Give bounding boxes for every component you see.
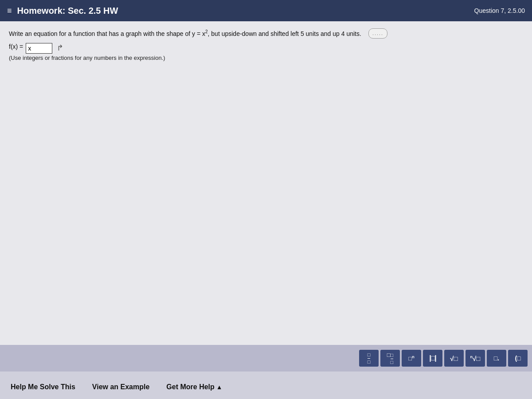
fraction-icon: □ □ (368, 352, 371, 364)
instruction-text: (Use integers or fractions for any numbe… (9, 55, 523, 61)
main-content: Write an equation for a function that ha… (0, 21, 532, 345)
fraction-button[interactable]: □ □ (359, 350, 379, 367)
nth-root-icon: n√□ (470, 355, 481, 362)
exponent-icon: □n (408, 355, 414, 362)
absolute-value-button[interactable]: |□| (423, 350, 442, 367)
help-me-solve-button[interactable]: Help Me Solve This (9, 379, 77, 395)
mixed-number-icon: □□□ (387, 352, 394, 364)
more-dots[interactable]: ..... (368, 28, 387, 39)
parenthesis-icon: (□ (515, 355, 520, 362)
mixed-number-button[interactable]: □□□ (380, 350, 400, 367)
view-example-button[interactable]: View an Example (90, 379, 152, 395)
header-bar: ≡ Homework: Sec. 2.5 HW Question 7, 2.5.… (0, 0, 532, 21)
get-more-help-button[interactable]: Get More Help ▲ (164, 379, 224, 395)
decimal-icon: □. (494, 355, 499, 362)
answer-row: f(x) = x ↱ (9, 43, 523, 54)
menu-icon[interactable]: ≡ (7, 6, 12, 16)
answer-input-value: x (28, 45, 31, 52)
answer-input[interactable]: x (26, 43, 52, 54)
action-bar: Help Me Solve This View an Example Get M… (0, 372, 532, 399)
exponent-button[interactable]: □n (402, 350, 421, 367)
square-root-icon: √□ (450, 355, 458, 362)
nth-root-button[interactable]: n√□ (466, 350, 485, 367)
cursor-icon: ↱ (57, 43, 63, 53)
decimal-button[interactable]: □. (487, 350, 506, 367)
parenthesis-button[interactable]: (□ (508, 350, 528, 367)
question-info: Question 7, 2.5.00 (467, 0, 532, 21)
square-root-button[interactable]: √□ (444, 350, 464, 367)
question-text-content: Write an equation for a function that ha… (9, 28, 361, 39)
absolute-value-icon: |□| (429, 354, 436, 362)
chevron-up-icon: ▲ (216, 383, 223, 391)
page-title: Homework: Sec. 2.5 HW (17, 6, 118, 16)
math-toolbar: □ □ □□□ □n |□| √□ n√□ □. (□ (0, 345, 532, 372)
get-more-help-label: Get More Help (166, 383, 214, 391)
question-text: Write an equation for a function that ha… (9, 28, 523, 39)
answer-label: f(x) = (9, 43, 23, 50)
